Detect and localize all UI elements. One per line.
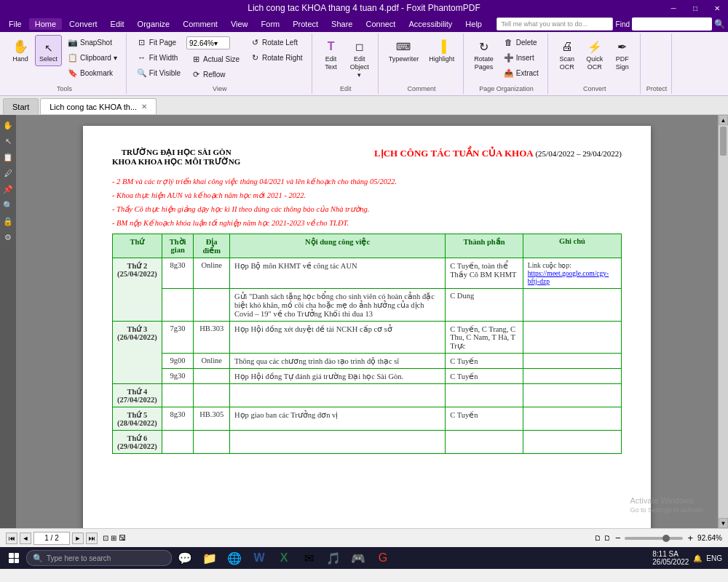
menu-edit[interactable]: Edit	[105, 18, 130, 30]
taskbar-app-4[interactable]: ✉	[297, 549, 320, 567]
last-page-button[interactable]: ⏭	[86, 533, 98, 544]
hand-tool-button[interactable]: ✋ Hand	[7, 35, 33, 66]
zoom-thumb[interactable]	[662, 535, 670, 542]
menu-connect[interactable]: Connect	[360, 18, 401, 30]
fit-visible-button[interactable]: 🔍 Fit Visible	[132, 65, 185, 80]
edit-object-button[interactable]: ◻ EditObject▾	[346, 35, 373, 81]
menu-view[interactable]: View	[225, 18, 254, 30]
taskbar-app-excel[interactable]: X	[272, 549, 296, 567]
taskbar-app-5[interactable]: 🎵	[322, 549, 345, 567]
menu-organize[interactable]: Organize	[132, 18, 176, 30]
note-1: Link cuộc họp: https://meet.google.com/c…	[523, 258, 621, 288]
next-page-button[interactable]: ►	[72, 533, 84, 544]
loc-2	[194, 288, 230, 321]
table-row: 9g00 Online Thông qua các chương trình đ…	[113, 353, 622, 368]
scroll-thumb[interactable]	[720, 127, 727, 156]
sidebar-clipboard-icon[interactable]: 📋	[1, 151, 15, 164]
menu-file[interactable]: File	[3, 18, 28, 30]
select-tool-button[interactable]: ↖ Select	[35, 35, 62, 66]
bookmark-button[interactable]: 🔖 Bookmark	[63, 65, 122, 80]
taskbar-app-1[interactable]: 💬	[173, 549, 197, 567]
sidebar-pin-icon[interactable]: 📌	[1, 183, 15, 196]
content-7: Họp giao ban các Trưởng đơn vị	[229, 407, 445, 430]
page-navigation: ⏮ ◄ ► ⏭ ⊡ ⊞ 🖫	[6, 532, 126, 545]
edit-text-button[interactable]: T EditText	[318, 35, 344, 74]
pdf-area[interactable]: TRƯỜNG ĐẠI HỌC SÀI GÒN KHOA KHOA HỌC MÔI…	[16, 115, 718, 528]
reflow-button[interactable]: ⟳ Reflow	[186, 67, 244, 81]
taskbar-app-6[interactable]: 🎮	[347, 549, 370, 567]
part-3: C Tuyến, C Trang, C Thu, C Nam, T Hà, T …	[446, 321, 523, 353]
minimize-button[interactable]: ─	[662, 0, 684, 16]
sidebar-search-icon[interactable]: 🔍	[1, 199, 15, 212]
pdf-header: TRƯỜNG ĐẠI HỌC SÀI GÒN KHOA KHOA HỌC MÔI…	[112, 148, 622, 167]
taskbar-app-3[interactable]: 🌐	[223, 549, 246, 567]
fit-page-button[interactable]: ⊡ Fit Page	[132, 35, 185, 49]
highlight-button[interactable]: ▐ Highlight	[424, 35, 459, 66]
notification-area[interactable]: 🔔	[693, 554, 702, 562]
actual-size-button[interactable]: ⊞ Actual Size	[186, 52, 244, 66]
meeting-link[interactable]: https://meet.google.com/cgy-bftj-dzp	[528, 270, 609, 285]
delete-button[interactable]: 🗑 Delete	[499, 35, 543, 49]
zoom-slider[interactable]	[625, 537, 683, 540]
page-org-content: ↻ RotatePages 🗑 Delete ➕ Insert 📤 Extrac…	[470, 35, 543, 84]
clipboard-button[interactable]: 📋 Clipboard▾	[63, 50, 122, 65]
rotate-left-button[interactable]: ↺ Rotate Left	[245, 35, 307, 49]
day-thu6: Thứ 6(29/04/2022)	[113, 430, 162, 453]
taskbar-app-2[interactable]: 📁	[198, 549, 221, 567]
find-input[interactable]	[632, 17, 712, 31]
maximize-button[interactable]: □	[684, 0, 706, 16]
right-scrollbar[interactable]: ▲ ▼	[718, 115, 728, 528]
taskbar-app-7[interactable]: G	[371, 549, 395, 567]
zoom-minus-button[interactable]: −	[615, 533, 621, 543]
col-tp: Thành phần	[446, 234, 523, 258]
menu-help[interactable]: Help	[459, 18, 488, 30]
school-info: TRƯỜNG ĐẠI HỌC SÀI GÒN KHOA KHOA HỌC MÔI…	[112, 148, 240, 167]
view-group-label: View	[213, 84, 226, 92]
tab-document[interactable]: Lich cong tac KHOA th... ✕	[40, 98, 157, 114]
fit-width-button[interactable]: ↔ Fit Width	[132, 50, 185, 65]
close-button[interactable]: ✕	[706, 0, 728, 16]
typewriter-button[interactable]: ⌨ Typewriter	[384, 35, 424, 66]
menu-comment[interactable]: Comment	[177, 18, 223, 30]
tell-me-search[interactable]: Tell me what you want to do...	[496, 17, 613, 31]
extract-button[interactable]: 📤 Extract	[499, 65, 543, 80]
prev-page-button[interactable]: ◄	[20, 533, 31, 544]
tab-start[interactable]: Start	[3, 98, 39, 114]
school-name: TRƯỜNG ĐẠI HỌC SÀI GÒN	[112, 148, 240, 157]
menu-share[interactable]: Share	[325, 18, 358, 30]
quick-ocr-button[interactable]: ⚡ QuickOCR	[582, 35, 608, 74]
first-page-button[interactable]: ⏮	[6, 533, 17, 544]
language-indicator[interactable]: ENG	[706, 554, 722, 562]
scroll-down-button[interactable]: ▼	[719, 518, 728, 528]
taskbar-app-word[interactable]: W	[248, 549, 271, 567]
zoom-input[interactable]: 92.64%▾	[186, 36, 230, 49]
taskbar-clock: 8:11 SA 26/05/2022	[652, 550, 689, 566]
scan-ocr-button[interactable]: 🖨 ScanOCR	[554, 35, 580, 74]
scroll-up-button[interactable]: ▲	[719, 115, 728, 125]
sidebar-select-icon[interactable]: ↖	[1, 135, 15, 148]
rotate-right-button[interactable]: ↻ Rotate Right	[245, 50, 307, 65]
time-6	[162, 383, 194, 407]
rotate-pages-button[interactable]: ↻ RotatePages	[470, 35, 498, 74]
menu-protect[interactable]: Protect	[287, 18, 324, 30]
menu-home[interactable]: Home	[29, 18, 62, 30]
loc-3: HB.303	[194, 321, 230, 353]
menu-form[interactable]: Form	[256, 18, 286, 30]
sidebar-lock-icon[interactable]: 🔒	[1, 215, 15, 228]
pdf-sign-button[interactable]: ✒ PDFSign	[609, 35, 636, 74]
find-search-icon[interactable]: 🔍	[714, 19, 725, 29]
sidebar-hand-icon[interactable]: ✋	[1, 119, 15, 132]
table-row: Thứ 3(26/04/2022) 7g30 HB.303 Họp Hội đồ…	[113, 321, 622, 353]
sidebar-edit-icon[interactable]: 🖊	[1, 167, 15, 180]
sidebar-settings-icon[interactable]: ⚙	[1, 231, 15, 244]
zoom-plus-button[interactable]: +	[687, 533, 693, 543]
start-button[interactable]	[3, 549, 25, 567]
insert-button[interactable]: ➕ Insert	[499, 50, 543, 65]
page-input[interactable]	[33, 532, 70, 545]
view-col3: ↺ Rotate Left ↻ Rotate Right	[245, 35, 307, 65]
menu-convert[interactable]: Convert	[63, 18, 103, 30]
tab-close-button[interactable]: ✕	[141, 103, 147, 111]
menu-accessibility[interactable]: Accessibility	[403, 18, 458, 30]
taskbar-search-box[interactable]: 🔍 Type here to search	[26, 550, 172, 566]
snapshot-button[interactable]: 📷 SnapShot	[63, 35, 122, 49]
